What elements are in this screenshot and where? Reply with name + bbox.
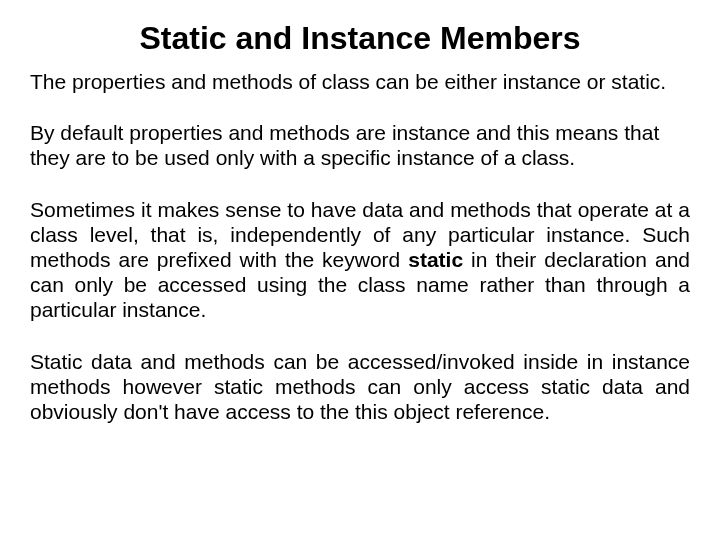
paragraph-3: Sometimes it makes sense to have data an… — [30, 197, 690, 323]
slide-title: Static and Instance Members — [30, 20, 690, 57]
keyword-static: static — [408, 248, 463, 271]
paragraph-4: Static data and methods can be accessed/… — [30, 349, 690, 425]
paragraph-1: The properties and methods of class can … — [30, 69, 690, 94]
paragraph-2: By default properties and methods are in… — [30, 120, 690, 170]
